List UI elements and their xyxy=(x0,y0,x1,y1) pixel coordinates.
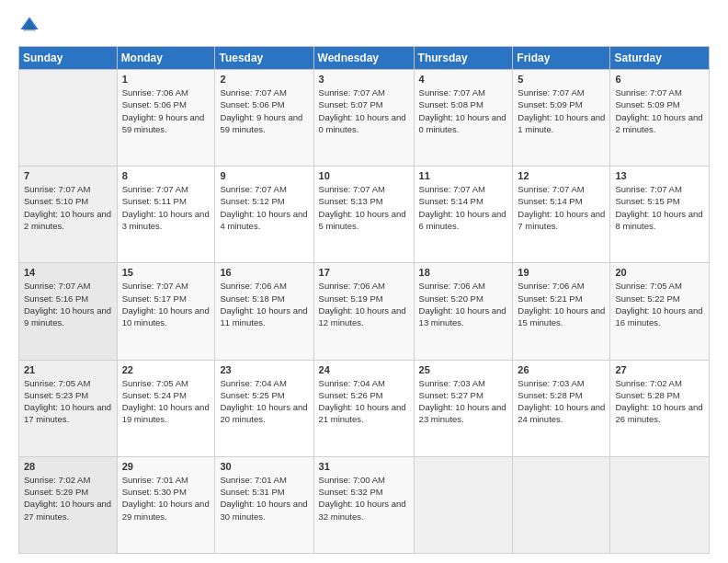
day-info: Sunrise: 7:05 AMSunset: 5:23 PMDaylight:… xyxy=(24,377,112,426)
calendar-week-row: 14Sunrise: 7:07 AMSunset: 5:16 PMDayligh… xyxy=(19,263,710,360)
day-number: 6 xyxy=(615,74,704,85)
calendar-cell: 28Sunrise: 7:02 AMSunset: 5:29 PMDayligh… xyxy=(19,456,118,553)
logo xyxy=(18,15,44,37)
day-number: 4 xyxy=(419,74,508,85)
day-number: 25 xyxy=(419,364,508,375)
calendar-cell: 23Sunrise: 7:04 AMSunset: 5:25 PMDayligh… xyxy=(215,360,313,456)
calendar-week-row: 7Sunrise: 7:07 AMSunset: 5:10 PMDaylight… xyxy=(19,167,710,263)
weekday-header-wednesday: Wednesday xyxy=(313,47,414,70)
calendar-cell xyxy=(610,456,710,553)
calendar-cell: 31Sunrise: 7:00 AMSunset: 5:32 PMDayligh… xyxy=(313,456,414,553)
calendar-cell: 21Sunrise: 7:05 AMSunset: 5:23 PMDayligh… xyxy=(19,360,118,456)
calendar-cell: 27Sunrise: 7:02 AMSunset: 5:28 PMDayligh… xyxy=(610,360,710,456)
calendar-cell: 16Sunrise: 7:06 AMSunset: 5:18 PMDayligh… xyxy=(215,263,313,360)
calendar-cell: 25Sunrise: 7:03 AMSunset: 5:27 PMDayligh… xyxy=(414,360,513,456)
weekday-header-friday: Friday xyxy=(513,47,610,70)
day-number: 30 xyxy=(220,461,308,472)
day-number: 28 xyxy=(24,461,112,472)
day-info: Sunrise: 7:07 AMSunset: 5:09 PMDaylight:… xyxy=(615,86,704,135)
day-info: Sunrise: 7:03 AMSunset: 5:28 PMDaylight:… xyxy=(518,377,605,426)
day-number: 24 xyxy=(319,364,409,375)
day-number: 27 xyxy=(615,364,704,375)
calendar-cell: 7Sunrise: 7:07 AMSunset: 5:10 PMDaylight… xyxy=(19,167,118,263)
day-number: 9 xyxy=(220,170,308,181)
day-info: Sunrise: 7:03 AMSunset: 5:27 PMDaylight:… xyxy=(419,377,508,426)
day-number: 2 xyxy=(220,74,308,85)
calendar-cell: 6Sunrise: 7:07 AMSunset: 5:09 PMDaylight… xyxy=(610,70,710,167)
weekday-header-tuesday: Tuesday xyxy=(215,47,313,70)
day-number: 12 xyxy=(518,170,605,181)
day-info: Sunrise: 7:01 AMSunset: 5:31 PMDaylight:… xyxy=(220,474,308,523)
day-info: Sunrise: 7:06 AMSunset: 5:06 PMDaylight:… xyxy=(122,86,210,135)
logo-icon xyxy=(18,15,40,37)
day-number: 15 xyxy=(122,267,210,278)
weekday-header-thursday: Thursday xyxy=(414,47,513,70)
calendar-week-row: 1Sunrise: 7:06 AMSunset: 5:06 PMDaylight… xyxy=(19,70,710,167)
day-number: 26 xyxy=(518,364,605,375)
calendar-cell: 2Sunrise: 7:07 AMSunset: 5:06 PMDaylight… xyxy=(215,70,313,167)
calendar-cell: 11Sunrise: 7:07 AMSunset: 5:14 PMDayligh… xyxy=(414,167,513,263)
day-info: Sunrise: 7:05 AMSunset: 5:22 PMDaylight:… xyxy=(615,280,704,328)
day-number: 31 xyxy=(319,461,409,472)
day-info: Sunrise: 7:07 AMSunset: 5:11 PMDaylight:… xyxy=(122,183,210,232)
day-number: 10 xyxy=(319,170,409,181)
day-number: 19 xyxy=(518,267,605,278)
calendar-cell: 19Sunrise: 7:06 AMSunset: 5:21 PMDayligh… xyxy=(513,263,610,360)
weekday-header-row: SundayMondayTuesdayWednesdayThursdayFrid… xyxy=(19,47,710,70)
day-number: 20 xyxy=(615,267,704,278)
calendar-cell: 22Sunrise: 7:05 AMSunset: 5:24 PMDayligh… xyxy=(117,360,215,456)
calendar-cell xyxy=(19,70,118,167)
day-info: Sunrise: 7:01 AMSunset: 5:30 PMDaylight:… xyxy=(122,474,210,523)
calendar-cell: 20Sunrise: 7:05 AMSunset: 5:22 PMDayligh… xyxy=(610,263,710,360)
calendar-cell: 15Sunrise: 7:07 AMSunset: 5:17 PMDayligh… xyxy=(117,263,215,360)
calendar-cell: 24Sunrise: 7:04 AMSunset: 5:26 PMDayligh… xyxy=(313,360,414,456)
day-info: Sunrise: 7:00 AMSunset: 5:32 PMDaylight:… xyxy=(319,474,409,523)
day-number: 5 xyxy=(518,74,605,85)
day-number: 22 xyxy=(122,364,210,375)
weekday-header-sunday: Sunday xyxy=(19,47,118,70)
day-info: Sunrise: 7:07 AMSunset: 5:14 PMDaylight:… xyxy=(518,183,605,232)
day-info: Sunrise: 7:07 AMSunset: 5:06 PMDaylight:… xyxy=(220,86,308,135)
day-number: 18 xyxy=(419,267,508,278)
calendar-cell: 14Sunrise: 7:07 AMSunset: 5:16 PMDayligh… xyxy=(19,263,118,360)
day-info: Sunrise: 7:07 AMSunset: 5:07 PMDaylight:… xyxy=(319,86,409,135)
calendar-cell: 5Sunrise: 7:07 AMSunset: 5:09 PMDaylight… xyxy=(513,70,610,167)
weekday-header-saturday: Saturday xyxy=(610,47,710,70)
day-info: Sunrise: 7:07 AMSunset: 5:12 PMDaylight:… xyxy=(220,183,308,232)
day-number: 13 xyxy=(615,170,704,181)
day-info: Sunrise: 7:07 AMSunset: 5:08 PMDaylight:… xyxy=(419,86,508,135)
day-number: 16 xyxy=(220,267,308,278)
day-number: 17 xyxy=(319,267,409,278)
day-number: 21 xyxy=(24,364,112,375)
calendar-cell: 9Sunrise: 7:07 AMSunset: 5:12 PMDaylight… xyxy=(215,167,313,263)
calendar-cell: 18Sunrise: 7:06 AMSunset: 5:20 PMDayligh… xyxy=(414,263,513,360)
day-number: 7 xyxy=(24,170,112,181)
day-info: Sunrise: 7:06 AMSunset: 5:18 PMDaylight:… xyxy=(220,280,308,328)
calendar-cell: 13Sunrise: 7:07 AMSunset: 5:15 PMDayligh… xyxy=(610,167,710,263)
day-info: Sunrise: 7:06 AMSunset: 5:21 PMDaylight:… xyxy=(518,280,605,328)
day-info: Sunrise: 7:02 AMSunset: 5:29 PMDaylight:… xyxy=(24,474,112,523)
day-number: 3 xyxy=(319,74,409,85)
day-info: Sunrise: 7:06 AMSunset: 5:19 PMDaylight:… xyxy=(319,280,409,328)
day-info: Sunrise: 7:07 AMSunset: 5:16 PMDaylight:… xyxy=(24,280,112,328)
calendar-page: SundayMondayTuesdayWednesdayThursdayFrid… xyxy=(0,0,728,563)
calendar-cell: 3Sunrise: 7:07 AMSunset: 5:07 PMDaylight… xyxy=(313,70,414,167)
calendar-cell: 1Sunrise: 7:06 AMSunset: 5:06 PMDaylight… xyxy=(117,70,215,167)
calendar-cell xyxy=(513,456,610,553)
day-info: Sunrise: 7:07 AMSunset: 5:15 PMDaylight:… xyxy=(615,183,704,232)
calendar-cell: 12Sunrise: 7:07 AMSunset: 5:14 PMDayligh… xyxy=(513,167,610,263)
day-info: Sunrise: 7:07 AMSunset: 5:14 PMDaylight:… xyxy=(419,183,508,232)
day-number: 1 xyxy=(122,74,210,85)
calendar-cell: 8Sunrise: 7:07 AMSunset: 5:11 PMDaylight… xyxy=(117,167,215,263)
day-info: Sunrise: 7:04 AMSunset: 5:26 PMDaylight:… xyxy=(319,377,409,426)
day-info: Sunrise: 7:04 AMSunset: 5:25 PMDaylight:… xyxy=(220,377,308,426)
day-number: 14 xyxy=(24,267,112,278)
day-info: Sunrise: 7:07 AMSunset: 5:09 PMDaylight:… xyxy=(518,86,605,135)
day-info: Sunrise: 7:05 AMSunset: 5:24 PMDaylight:… xyxy=(122,377,210,426)
calendar-week-row: 21Sunrise: 7:05 AMSunset: 5:23 PMDayligh… xyxy=(19,360,710,456)
day-number: 8 xyxy=(122,170,210,181)
calendar-cell: 10Sunrise: 7:07 AMSunset: 5:13 PMDayligh… xyxy=(313,167,414,263)
day-info: Sunrise: 7:07 AMSunset: 5:10 PMDaylight:… xyxy=(24,183,112,232)
calendar-week-row: 28Sunrise: 7:02 AMSunset: 5:29 PMDayligh… xyxy=(19,456,710,553)
day-info: Sunrise: 7:07 AMSunset: 5:13 PMDaylight:… xyxy=(319,183,409,232)
